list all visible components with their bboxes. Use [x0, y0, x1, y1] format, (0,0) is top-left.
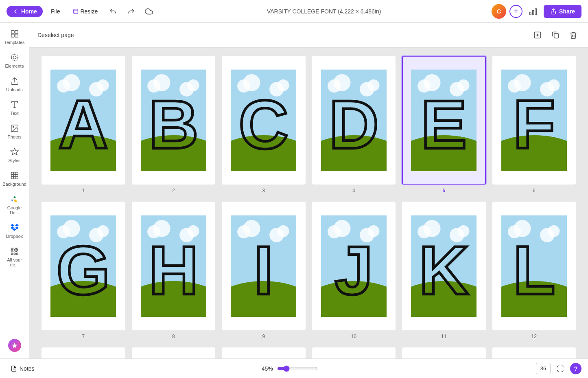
undo-icon: [109, 8, 117, 15]
sidebar-item-background[interactable]: Background: [2, 168, 28, 190]
page-item[interactable]: F6: [492, 56, 576, 193]
fullscreen-button[interactable]: [554, 362, 567, 375]
page-item[interactable]: A1: [42, 56, 125, 193]
notes-icon: [11, 365, 17, 372]
add-page-button[interactable]: [531, 29, 544, 42]
page-item[interactable]: J10: [312, 202, 396, 339]
page-item[interactable]: R18: [492, 347, 576, 358]
svg-text:E: E: [421, 86, 467, 163]
page-item[interactable]: I9: [222, 202, 306, 339]
analytics-button[interactable]: [526, 4, 540, 19]
add-page-icon: [533, 31, 542, 39]
sidebar-item-templates[interactable]: Templates: [2, 26, 28, 48]
page-number: 7: [82, 334, 85, 339]
save-cloud-button[interactable]: [142, 4, 156, 19]
sidebar-item-text[interactable]: Text: [2, 97, 28, 119]
page-thumbnail: B: [132, 56, 216, 185]
page-count-button[interactable]: 36: [536, 363, 551, 374]
home-button[interactable]: Home: [7, 6, 43, 17]
svg-rect-23: [554, 34, 559, 38]
page-item[interactable]: H8: [132, 202, 216, 339]
sidebar-item-google-drive[interactable]: Google Dri...: [2, 191, 28, 218]
svg-point-8: [13, 56, 16, 59]
letter-svg: L: [501, 215, 567, 317]
page-item[interactable]: G7: [42, 202, 125, 339]
page-item[interactable]: O15: [222, 347, 306, 358]
sidebar-item-dropbox[interactable]: Dropbox: [2, 220, 28, 242]
page-item[interactable]: Q17: [402, 347, 486, 358]
avatar[interactable]: C: [492, 4, 506, 19]
zoom-value: 45%: [257, 365, 273, 372]
page-item[interactable]: M13: [42, 347, 125, 358]
undo-button[interactable]: [106, 4, 120, 19]
document-title: VARSITY COLLEGE FONT (4.222 × 6.486in): [160, 8, 488, 15]
svg-rect-17: [14, 251, 15, 252]
svg-rect-1: [530, 12, 531, 15]
letter-svg: K: [411, 215, 477, 317]
delete-page-button[interactable]: [567, 29, 580, 42]
share-icon: [550, 8, 557, 15]
chevron-left-icon: [12, 8, 19, 15]
sidebar-item-magic[interactable]: [2, 336, 28, 355]
page-thumbnail: J: [312, 202, 396, 330]
page-item[interactable]: E5: [402, 56, 486, 193]
letter-svg: A: [50, 69, 116, 171]
content-area[interactable]: Deselect page A1B2C3D4E5F6G7H8I9J10K11L1…: [29, 23, 588, 358]
page-item[interactable]: C3: [222, 56, 306, 193]
sidebar-item-elements[interactable]: Elements: [2, 50, 28, 72]
page-number: 6: [533, 188, 536, 193]
page-number: 9: [262, 334, 265, 339]
sidebar-item-styles[interactable]: Styles: [2, 144, 28, 166]
page-thumbnail: A: [42, 56, 125, 185]
page-thumbnail: Q: [402, 347, 486, 358]
svg-rect-12: [11, 172, 18, 179]
letter-svg: F: [501, 69, 567, 171]
sidebar-item-photos[interactable]: Photos: [2, 121, 28, 143]
google-drive-label: Google Dri...: [3, 205, 26, 215]
duplicate-page-button[interactable]: [549, 29, 562, 42]
svg-text:B: B: [149, 86, 198, 163]
svg-rect-2: [532, 10, 533, 15]
zoom-controls: 45%: [44, 365, 531, 372]
page-number: 12: [531, 334, 537, 339]
page-item[interactable]: D4: [312, 56, 396, 193]
svg-rect-19: [11, 253, 13, 255]
svg-rect-5: [15, 31, 17, 33]
page-number: 5: [442, 188, 445, 193]
svg-text:J: J: [334, 232, 373, 309]
letter-svg: D: [321, 69, 387, 171]
topbar-right-section: C + Share: [492, 4, 581, 19]
page-item[interactable]: L12: [492, 202, 576, 339]
delete-icon: [569, 31, 577, 39]
elements-icon: [10, 53, 19, 62]
background-label: Background: [2, 182, 26, 187]
help-button[interactable]: ?: [570, 363, 581, 374]
resize-button[interactable]: Resize: [68, 6, 103, 17]
sidebar-item-uploads[interactable]: Uploads: [2, 73, 28, 95]
page-item[interactable]: N14: [132, 347, 216, 358]
page-item[interactable]: K11: [402, 202, 486, 339]
svg-rect-20: [14, 253, 15, 255]
page-item[interactable]: P16: [312, 347, 396, 358]
svg-text:I: I: [254, 232, 273, 309]
dropbox-label: Dropbox: [6, 234, 23, 239]
file-button[interactable]: File: [46, 6, 65, 17]
text-icon: [10, 100, 19, 109]
styles-icon: [10, 147, 19, 156]
resize-label: Resize: [80, 8, 98, 15]
zoom-slider[interactable]: [277, 365, 318, 372]
background-icon: [10, 171, 19, 180]
redo-button[interactable]: [124, 4, 138, 19]
notes-button[interactable]: Notes: [7, 363, 39, 374]
svg-rect-13: [11, 248, 13, 250]
page-number: 2: [172, 188, 175, 193]
deselect-label[interactable]: Deselect page: [37, 32, 74, 38]
add-collaborator-button[interactable]: +: [509, 5, 522, 18]
topbar: Home File Resize VARSITY COLLEGE FONT (4…: [0, 0, 588, 23]
templates-icon: [10, 29, 19, 38]
fullscreen-icon: [557, 365, 564, 372]
svg-rect-16: [11, 251, 13, 252]
share-button[interactable]: Share: [544, 5, 581, 18]
page-item[interactable]: B2: [132, 56, 216, 193]
sidebar-item-all-apps[interactable]: All your de...: [2, 244, 28, 270]
